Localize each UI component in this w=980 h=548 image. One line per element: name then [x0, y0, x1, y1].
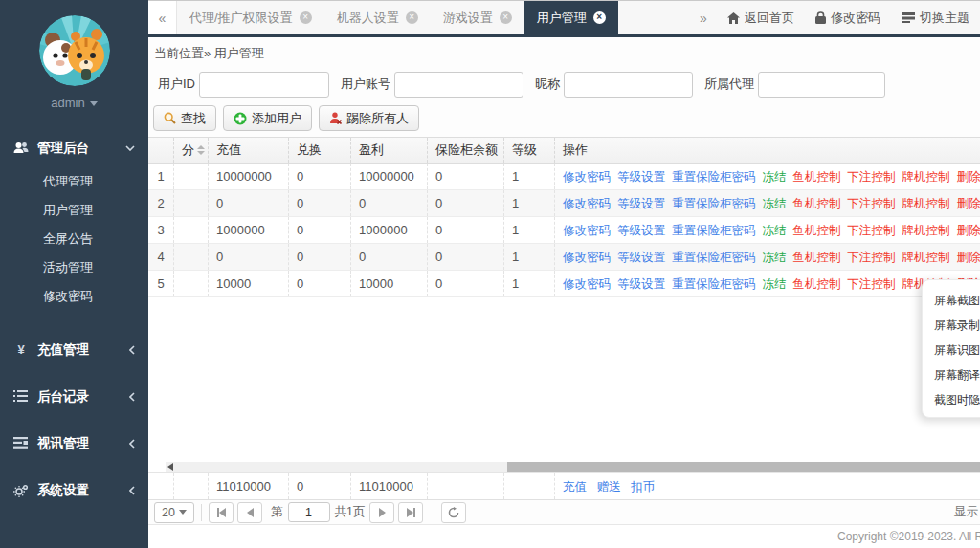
change-password-link[interactable]: 修改密码: [563, 224, 611, 237]
change-password-link[interactable]: 修改密码: [563, 277, 611, 291]
table-row[interactable]: 5 10000 0 10000 0 1 修改密码等级设置重置保险柜密码冻结鱼机控…: [148, 271, 980, 297]
bet-control-link[interactable]: 下注控制: [848, 170, 896, 184]
agent-input[interactable]: [758, 72, 885, 98]
bet-control-link[interactable]: 下注控制: [848, 197, 896, 210]
delete-link[interactable]: 删除: [957, 197, 980, 210]
sidebar-item-recharge-management[interactable]: ¥ 充值管理: [0, 333, 148, 367]
reset-safe-password-link[interactable]: 重置保险柜密码: [672, 277, 756, 291]
table-row[interactable]: 4 0 0 0 0 1 修改密码等级设置重置保险柜密码冻结鱼机控制下注控制牌机控…: [148, 244, 980, 271]
user-menu[interactable]: admin: [0, 96, 148, 110]
delete-link[interactable]: 删除: [957, 251, 980, 264]
card-machine-control-link[interactable]: 牌机控制: [902, 170, 950, 184]
level-settings-link[interactable]: 等级设置: [617, 224, 665, 237]
col-score[interactable]: 分: [174, 138, 209, 163]
change-password-link[interactable]: 修改密码: [563, 251, 611, 264]
table-row[interactable]: 2 0 0 0 0 1 修改密码等级设置重置保险柜密码冻结鱼机控制下注控制牌机控…: [148, 190, 980, 217]
tab-robot-settings[interactable]: 机器人设置 ×: [324, 1, 431, 34]
user-id-input[interactable]: [199, 72, 329, 98]
sidebar-item-activity-management[interactable]: 活动管理: [0, 253, 148, 282]
prev-page-button[interactable]: [237, 502, 262, 523]
col-exchange[interactable]: 兑换: [289, 138, 351, 163]
sidebar-item-change-password[interactable]: 修改密码: [0, 282, 148, 311]
user-account-input[interactable]: [394, 72, 523, 98]
sidebar-item-fullscreen-notice[interactable]: 全屏公告: [0, 225, 148, 253]
change-password-link[interactable]: 修改密码: [563, 170, 611, 184]
card-machine-control-link[interactable]: 牌机控制: [902, 197, 950, 210]
nickname-input[interactable]: [564, 72, 693, 98]
col-level[interactable]: 等级: [504, 138, 555, 163]
last-page-button[interactable]: [398, 502, 423, 523]
level-settings-link[interactable]: 等级设置: [617, 170, 665, 184]
bet-control-link[interactable]: 下注控制: [848, 224, 896, 237]
page-size-select[interactable]: 20: [154, 502, 194, 523]
sidebar-item-video-management[interactable]: 视讯管理: [0, 427, 148, 461]
horizontal-scrollbar[interactable]: [166, 462, 980, 472]
delete-link[interactable]: 删除: [957, 224, 980, 237]
freeze-link[interactable]: 冻结: [763, 251, 787, 264]
freeze-link[interactable]: 冻结: [763, 170, 787, 184]
bet-control-link[interactable]: 下注控制: [848, 277, 896, 291]
fish-machine-control-link[interactable]: 鱼机控制: [793, 197, 841, 210]
reset-safe-password-link[interactable]: 重置保险柜密码: [672, 224, 756, 237]
freeze-link[interactable]: 冻结: [763, 277, 787, 291]
tab-user-management[interactable]: 用户管理 ×: [524, 1, 618, 37]
close-icon[interactable]: ×: [593, 11, 606, 24]
tab-agent-promo-settings[interactable]: 代理/推广权限设置 ×: [177, 1, 324, 34]
sidebar-item-admin-backend[interactable]: 管理后台: [0, 131, 148, 165]
level-settings-link[interactable]: 等级设置: [617, 251, 665, 264]
home-button[interactable]: 返回首页: [717, 10, 805, 27]
col-safe-balance[interactable]: 保险柜余额: [428, 138, 504, 163]
fish-machine-control-link[interactable]: 鱼机控制: [793, 224, 841, 237]
fish-machine-control-link[interactable]: 鱼机控制: [793, 277, 841, 291]
tabs-scroll-right-button[interactable]: »: [690, 11, 717, 26]
sidebar-item-backend-records[interactable]: 后台记录: [0, 380, 148, 414]
freeze-link[interactable]: 冻结: [763, 224, 787, 237]
menu-item-screen-record[interactable]: 屏幕录制 (: [923, 313, 980, 338]
sidebar-item-system-settings[interactable]: 系统设置: [0, 473, 148, 508]
menu-item-screen-translate[interactable]: 屏幕翻译 (: [923, 362, 980, 387]
refresh-button[interactable]: [441, 502, 466, 523]
fish-machine-control-link[interactable]: 鱼机控制: [793, 251, 841, 264]
add-user-button[interactable]: 添加用户: [223, 105, 312, 131]
switch-theme-button[interactable]: 切换主题: [891, 10, 980, 27]
cell-level: 1: [504, 271, 555, 296]
close-icon[interactable]: ×: [300, 11, 312, 24]
reset-safe-password-link[interactable]: 重置保险柜密码: [672, 170, 756, 184]
search-button[interactable]: 查找: [153, 105, 216, 131]
scrollbar-thumb[interactable]: [507, 462, 980, 472]
sidebar-item-agent-management[interactable]: 代理管理: [0, 167, 148, 196]
scroll-left-arrow-icon[interactable]: [167, 463, 173, 471]
table-row[interactable]: 3 1000000 0 1000000 0 1 修改密码等级设置重置保险柜密码冻…: [148, 217, 980, 244]
gift-link[interactable]: 赠送: [597, 480, 621, 493]
page-number-input[interactable]: [288, 502, 330, 522]
change-password-link[interactable]: 修改密码: [563, 197, 611, 210]
col-profit[interactable]: 盈利: [351, 138, 428, 163]
menu-item-hide-on-capture[interactable]: 截图时隐藏: [923, 387, 980, 412]
reset-safe-password-link[interactable]: 重置保险柜密码: [672, 251, 756, 264]
level-settings-link[interactable]: 等级设置: [617, 277, 665, 291]
fish-machine-control-link[interactable]: 鱼机控制: [793, 170, 841, 184]
recharge-link[interactable]: 充值: [563, 480, 587, 493]
menu-item-screen-capture[interactable]: 屏幕截图 (: [923, 288, 980, 313]
close-icon[interactable]: ×: [500, 11, 512, 24]
freeze-link[interactable]: 冻结: [763, 197, 787, 210]
reset-safe-password-link[interactable]: 重置保险柜密码: [672, 197, 756, 210]
kick-all-button[interactable]: 踢除所有人: [319, 105, 419, 131]
close-icon[interactable]: ×: [406, 11, 418, 24]
sidebar-item-user-management[interactable]: 用户管理: [0, 196, 148, 225]
user-avatar[interactable]: [39, 15, 110, 86]
card-machine-control-link[interactable]: 牌机控制: [902, 224, 950, 237]
first-page-button[interactable]: [209, 502, 234, 523]
table-row[interactable]: 1 10000000 0 10000000 0 1 修改密码等级设置重置保险柜密…: [148, 164, 980, 190]
change-password-button[interactable]: 修改密码: [805, 10, 891, 27]
next-page-button[interactable]: [369, 502, 394, 523]
tab-game-settings[interactable]: 游戏设置 ×: [431, 1, 524, 34]
menu-item-screen-ocr[interactable]: 屏幕识图 (: [923, 338, 980, 362]
level-settings-link[interactable]: 等级设置: [617, 197, 665, 210]
card-machine-control-link[interactable]: 牌机控制: [902, 251, 950, 264]
col-recharge[interactable]: 充值: [209, 138, 289, 163]
deduct-link[interactable]: 扣币: [631, 480, 655, 493]
delete-link[interactable]: 删除: [957, 170, 980, 184]
tabs-scroll-left-button[interactable]: «: [148, 1, 177, 34]
bet-control-link[interactable]: 下注控制: [848, 251, 896, 264]
